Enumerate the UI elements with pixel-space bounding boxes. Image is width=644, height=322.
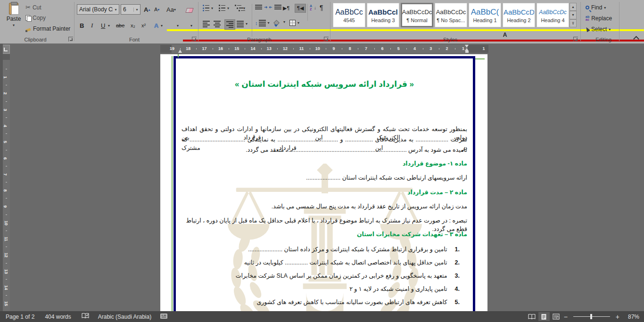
show-hide-pilcrow-button[interactable]: ¶ xyxy=(320,4,323,11)
style-card--no-spac-[interactable]: AaBbCcDc¶ No Spac... xyxy=(435,3,467,27)
right-to-left-direction-button[interactable]: ¶◀ xyxy=(295,4,306,13)
style-sample: AaBbCcl xyxy=(368,7,398,17)
ruler-number: 3 xyxy=(429,46,432,51)
font-name-dropdown-arrow[interactable]: ▾ xyxy=(112,8,119,12)
copy-button[interactable]: Copy xyxy=(25,15,46,21)
change-case-button[interactable]: Aa▾ xyxy=(165,4,177,15)
style-sample: AaBbCcDc xyxy=(402,7,432,17)
paste-dropdown-arrow[interactable]: ▾ xyxy=(13,23,15,27)
page-indicator[interactable]: Page 1 of 2 xyxy=(6,314,34,320)
article-2-heading[interactable]: ماده ۲ – مدت قرارداد xyxy=(182,188,467,197)
underline-button[interactable]: U xyxy=(99,20,107,31)
styles-gallery-expand-button[interactable]: ⊽ xyxy=(570,19,577,27)
subscript-button[interactable]: x₂ xyxy=(129,20,137,31)
list-item[interactable]: 4.تامین پایداری و امنیت شبکه در لایه ۱ و… xyxy=(349,285,460,292)
find-button[interactable]: Find▾ xyxy=(586,4,606,11)
borders-button[interactable]: ▾ xyxy=(289,20,299,26)
numbering-button[interactable]: ▾ xyxy=(219,5,229,11)
superscript-button[interactable]: x² xyxy=(140,20,147,31)
zoom-percentage[interactable]: 87% xyxy=(624,314,639,320)
numbering-icon xyxy=(219,5,225,11)
left-to-right-direction-button[interactable]: ▶¶ xyxy=(283,5,289,11)
align-right-button[interactable] xyxy=(224,19,235,30)
style-name: 4545 xyxy=(343,17,355,23)
collapse-ribbon-button[interactable] xyxy=(634,35,638,40)
underline-dropdown-arrow[interactable]: ▾ xyxy=(107,20,111,31)
zoom-slider-track[interactable] xyxy=(573,316,610,317)
list-item[interactable]: 2.تامین حداقل پهنای باند اختصاصی اتصال ب… xyxy=(244,259,460,266)
horizontal-ruler[interactable]: 191817161514131211109876543211 xyxy=(160,45,488,53)
font-size-combo[interactable]: 6 ▾ xyxy=(121,4,140,15)
shrink-font-button[interactable]: A xyxy=(153,4,161,15)
align-left-button[interactable] xyxy=(203,21,210,27)
font-color-dropdown-arrow[interactable]: ▾ xyxy=(189,20,194,31)
bold-button[interactable]: B xyxy=(78,20,85,31)
list-item-text: متعهد به پاسخگویی و رفع خرابی در کمترین … xyxy=(236,272,447,279)
zoom-out-button[interactable]: − xyxy=(562,313,570,321)
left-indent-marker[interactable] xyxy=(178,50,182,53)
font-name-combo[interactable]: Arial (Body CS ▾ xyxy=(77,4,119,15)
styles-scroll-up-button[interactable]: ▲ xyxy=(570,3,577,11)
contract-title[interactable]: « قرارداد ارائه سرویس شبکه اینترانت استا… xyxy=(182,80,467,89)
language-indicator[interactable]: Arabic (Saudi Arabia) xyxy=(98,314,151,320)
style-card-heading-3[interactable]: AaBbCclHeading 3 xyxy=(367,3,399,27)
grow-font-button[interactable]: A xyxy=(142,4,151,15)
paste-button[interactable]: Paste ▾ xyxy=(4,2,24,38)
bullets-button[interactable]: ▾ xyxy=(203,5,213,11)
list-item[interactable]: 3.متعهد به پاسخگویی و رفع خرابی در کمتری… xyxy=(236,272,460,279)
align-center-button[interactable] xyxy=(214,21,221,27)
right-indent-marker[interactable] xyxy=(465,45,469,53)
paragraph-line[interactable]: مدت زمان ارائه سرویس از تاریخ عقد قراردا… xyxy=(182,202,467,211)
multilevel-list-button[interactable]: ▾ xyxy=(235,5,245,11)
style-card-heading-2[interactable]: AaBbCcDHeading 2 xyxy=(503,3,535,27)
clear-formatting-button[interactable] xyxy=(185,5,194,16)
decrease-indent-button[interactable]: ➜ xyxy=(255,5,268,9)
style-card--normal[interactable]: AaBbCcDc¶ Normal xyxy=(401,3,433,27)
zoom-in-button[interactable]: + xyxy=(614,313,621,321)
ruler-right-margin-zone xyxy=(468,45,488,53)
styles-scroll-down-button[interactable]: ▼ xyxy=(570,11,577,19)
shading-button[interactable]: ▾ xyxy=(274,20,285,24)
article-3-heading[interactable]: ماده ۳ – تعهدات شرکت مخابرات استان xyxy=(182,230,467,239)
sort-button[interactable]: AZ↓ xyxy=(310,4,316,11)
font-dialog-launcher[interactable] xyxy=(192,37,197,41)
line-spacing-button[interactable]: ↕▾ xyxy=(255,20,270,26)
read-mode-button[interactable] xyxy=(526,312,537,321)
strikethrough-button[interactable]: abe xyxy=(115,20,126,31)
cut-button[interactable]: ✂ Cut xyxy=(25,4,41,11)
document-content[interactable]: « قرارداد ارائه سرویس شبکه اینترانت استا… xyxy=(182,54,467,311)
article-1-heading[interactable]: ماده ۱- موضوع قرارداد xyxy=(182,159,467,168)
highlight-dropdown-arrow[interactable]: ▾ xyxy=(175,20,180,31)
document-page[interactable]: « قرارداد ارائه سرویس شبکه اینترانت استا… xyxy=(160,54,487,311)
word-count[interactable]: 404 words xyxy=(45,314,71,320)
ruler-number: 10 xyxy=(315,46,320,51)
web-layout-button[interactable] xyxy=(551,312,562,321)
italic-button[interactable]: I xyxy=(90,20,94,31)
clipboard-dialog-launcher[interactable] xyxy=(68,37,73,41)
ruler-tick xyxy=(326,48,326,50)
replace-button[interactable]: abac Replace xyxy=(586,15,612,22)
paragraph-line[interactable]: نامیده می شود به آدرس ..................… xyxy=(182,146,467,154)
style-card-heading-1[interactable]: AaBbC(Heading 1 xyxy=(469,3,501,27)
font-size-dropdown-arrow[interactable]: ▾ xyxy=(133,8,140,12)
list-item[interactable]: 5.کاهش تعرفه های ارتباطی بصورت سالیانه م… xyxy=(256,298,460,305)
increase-indent-button[interactable]: ➜ xyxy=(269,5,281,9)
zoom-slider-handle[interactable] xyxy=(590,314,592,319)
style-card-heading-4[interactable]: AaBbCcDcHeading 4 xyxy=(537,3,569,27)
margin-mark-top xyxy=(178,54,179,58)
paragraph-line[interactable]: ارائه سرویسهای ارتباطی تحت شبکه اینترانت… xyxy=(182,173,467,182)
format-painter-button[interactable]: Format Painter xyxy=(25,25,70,32)
style-card-4545[interactable]: AaBbCc4545 xyxy=(333,3,365,27)
ruler-number: 2 xyxy=(3,92,8,95)
paragraph-dialog-launcher[interactable] xyxy=(324,37,329,41)
select-button[interactable]: Select▾ xyxy=(586,26,611,33)
list-item[interactable]: 1.تامین و برقراری ارتباط مشترک با شبکه ا… xyxy=(248,246,460,253)
text-effects-dropdown-arrow[interactable]: ▾ xyxy=(159,20,164,31)
print-layout-button[interactable] xyxy=(538,312,550,321)
styles-dialog-launcher[interactable] xyxy=(573,37,578,41)
vertical-ruler[interactable]: 12345678910111213141516 xyxy=(3,54,10,311)
proofing-status-icon[interactable] xyxy=(82,313,90,321)
keyboard-input-icon[interactable] xyxy=(160,313,168,321)
justify-button[interactable]: ▾ xyxy=(237,21,248,27)
ruler-tick xyxy=(342,48,342,50)
